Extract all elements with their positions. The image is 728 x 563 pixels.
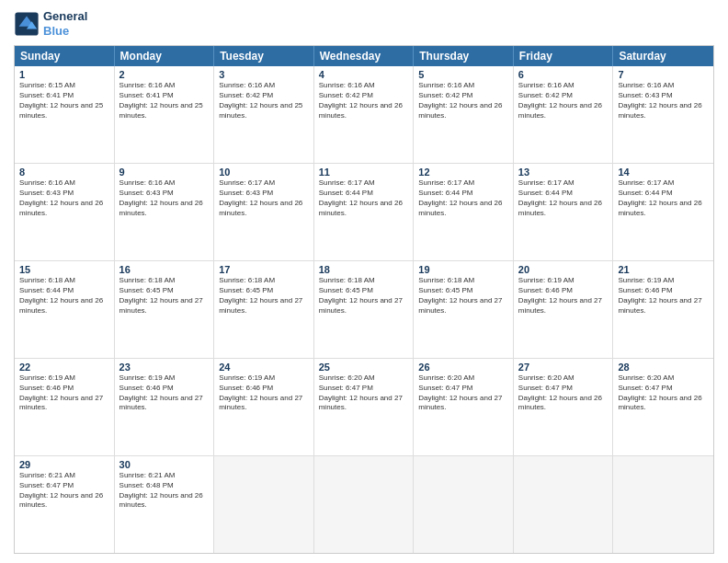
day-number: 16 xyxy=(119,264,210,275)
cell-info: Sunrise: 6:18 AMSunset: 6:45 PMDaylight:… xyxy=(119,276,210,316)
cell-info: Sunrise: 6:20 AMSunset: 6:47 PMDaylight:… xyxy=(618,373,709,413)
day-number: 15 xyxy=(19,264,109,275)
day-cell-16: 16 Sunrise: 6:18 AMSunset: 6:45 PMDaylig… xyxy=(115,261,215,358)
day-cell-13: 13 Sunrise: 6:17 AMSunset: 6:44 PMDaylig… xyxy=(514,164,614,260)
day-number: 10 xyxy=(219,167,309,178)
cell-info: Sunrise: 6:16 AMSunset: 6:43 PMDaylight:… xyxy=(19,178,109,218)
cell-info: Sunrise: 6:19 AMSunset: 6:46 PMDaylight:… xyxy=(19,373,109,413)
calendar-header: SundayMondayTuesdayWednesdayThursdayFrid… xyxy=(15,46,713,66)
header-day-monday: Monday xyxy=(115,46,215,66)
day-cell-24: 24 Sunrise: 6:19 AMSunset: 6:46 PMDaylig… xyxy=(214,359,314,455)
week-row-5: 29 Sunrise: 6:21 AMSunset: 6:47 PMDaylig… xyxy=(15,455,713,553)
day-number: 27 xyxy=(518,362,609,373)
day-cell-19: 19 Sunrise: 6:18 AMSunset: 6:45 PMDaylig… xyxy=(414,261,514,358)
day-number: 22 xyxy=(19,362,109,373)
cell-info: Sunrise: 6:17 AMSunset: 6:43 PMDaylight:… xyxy=(219,178,309,218)
day-cell-6: 6 Sunrise: 6:16 AMSunset: 6:42 PMDayligh… xyxy=(514,66,614,163)
cell-info: Sunrise: 6:20 AMSunset: 6:47 PMDaylight:… xyxy=(418,373,508,413)
day-number: 20 xyxy=(518,264,609,275)
cell-info: Sunrise: 6:17 AMSunset: 6:44 PMDaylight:… xyxy=(319,178,409,218)
cell-info: Sunrise: 6:19 AMSunset: 6:46 PMDaylight:… xyxy=(119,373,210,413)
day-number: 21 xyxy=(618,264,709,275)
cell-info: Sunrise: 6:16 AMSunset: 6:41 PMDaylight:… xyxy=(119,81,210,121)
cell-info: Sunrise: 6:16 AMSunset: 6:42 PMDaylight:… xyxy=(219,81,309,121)
day-number: 13 xyxy=(518,167,609,178)
cell-info: Sunrise: 6:18 AMSunset: 6:45 PMDaylight:… xyxy=(418,276,508,316)
day-cell-1: 1 Sunrise: 6:15 AMSunset: 6:41 PMDayligh… xyxy=(15,66,115,163)
header-day-tuesday: Tuesday xyxy=(214,46,314,66)
day-number: 14 xyxy=(618,167,709,178)
cell-info: Sunrise: 6:15 AMSunset: 6:41 PMDaylight:… xyxy=(19,81,109,121)
day-cell-23: 23 Sunrise: 6:19 AMSunset: 6:46 PMDaylig… xyxy=(115,359,215,455)
day-number: 4 xyxy=(319,69,409,80)
day-cell-4: 4 Sunrise: 6:16 AMSunset: 6:42 PMDayligh… xyxy=(314,66,415,163)
day-cell-28: 28 Sunrise: 6:20 AMSunset: 6:47 PMDaylig… xyxy=(613,359,713,455)
cell-info: Sunrise: 6:18 AMSunset: 6:45 PMDaylight:… xyxy=(219,276,309,316)
header-day-friday: Friday xyxy=(514,46,614,66)
week-row-1: 1 Sunrise: 6:15 AMSunset: 6:41 PMDayligh… xyxy=(15,66,713,163)
empty-cell xyxy=(314,456,415,553)
day-cell-7: 7 Sunrise: 6:16 AMSunset: 6:43 PMDayligh… xyxy=(613,66,713,163)
day-cell-8: 8 Sunrise: 6:16 AMSunset: 6:43 PMDayligh… xyxy=(15,164,115,260)
cell-info: Sunrise: 6:17 AMSunset: 6:44 PMDaylight:… xyxy=(418,178,508,218)
logo: General Blue xyxy=(14,9,87,38)
day-number: 5 xyxy=(418,69,508,80)
day-number: 1 xyxy=(19,69,109,80)
week-row-2: 8 Sunrise: 6:16 AMSunset: 6:43 PMDayligh… xyxy=(15,163,713,260)
day-number: 18 xyxy=(319,264,409,275)
cell-info: Sunrise: 6:19 AMSunset: 6:46 PMDaylight:… xyxy=(219,373,309,413)
week-row-4: 22 Sunrise: 6:19 AMSunset: 6:46 PMDaylig… xyxy=(15,358,713,455)
cell-info: Sunrise: 6:20 AMSunset: 6:47 PMDaylight:… xyxy=(319,373,409,413)
cell-info: Sunrise: 6:16 AMSunset: 6:42 PMDaylight:… xyxy=(319,81,409,121)
day-number: 11 xyxy=(319,167,409,178)
day-number: 26 xyxy=(418,362,508,373)
header-day-thursday: Thursday xyxy=(414,46,514,66)
day-number: 7 xyxy=(618,69,709,80)
cell-info: Sunrise: 6:19 AMSunset: 6:46 PMDaylight:… xyxy=(618,276,709,316)
empty-cell xyxy=(414,456,514,553)
day-cell-20: 20 Sunrise: 6:19 AMSunset: 6:46 PMDaylig… xyxy=(514,261,614,358)
header-day-saturday: Saturday xyxy=(613,46,713,66)
day-cell-17: 17 Sunrise: 6:18 AMSunset: 6:45 PMDaylig… xyxy=(214,261,314,358)
cell-info: Sunrise: 6:19 AMSunset: 6:46 PMDaylight:… xyxy=(518,276,609,316)
cell-info: Sunrise: 6:20 AMSunset: 6:47 PMDaylight:… xyxy=(518,373,609,413)
day-cell-2: 2 Sunrise: 6:16 AMSunset: 6:41 PMDayligh… xyxy=(115,66,215,163)
calendar: SundayMondayTuesdayWednesdayThursdayFrid… xyxy=(14,45,714,554)
day-number: 24 xyxy=(219,362,309,373)
logo-text: General Blue xyxy=(43,9,87,38)
day-number: 29 xyxy=(19,459,109,470)
day-number: 9 xyxy=(119,167,210,178)
empty-cell xyxy=(514,456,614,553)
calendar-body: 1 Sunrise: 6:15 AMSunset: 6:41 PMDayligh… xyxy=(15,66,713,553)
day-cell-30: 30 Sunrise: 6:21 AMSunset: 6:48 PMDaylig… xyxy=(115,456,215,553)
empty-cell xyxy=(613,456,713,553)
cell-info: Sunrise: 6:21 AMSunset: 6:48 PMDaylight:… xyxy=(119,471,210,511)
day-number: 3 xyxy=(219,69,309,80)
day-cell-29: 29 Sunrise: 6:21 AMSunset: 6:47 PMDaylig… xyxy=(15,456,115,553)
day-cell-11: 11 Sunrise: 6:17 AMSunset: 6:44 PMDaylig… xyxy=(314,164,415,260)
cell-info: Sunrise: 6:21 AMSunset: 6:47 PMDaylight:… xyxy=(19,471,109,511)
day-cell-22: 22 Sunrise: 6:19 AMSunset: 6:46 PMDaylig… xyxy=(15,359,115,455)
day-number: 23 xyxy=(119,362,210,373)
week-row-3: 15 Sunrise: 6:18 AMSunset: 6:44 PMDaylig… xyxy=(15,260,713,358)
day-cell-5: 5 Sunrise: 6:16 AMSunset: 6:42 PMDayligh… xyxy=(414,66,514,163)
cell-info: Sunrise: 6:16 AMSunset: 6:43 PMDaylight:… xyxy=(119,178,210,218)
logo-icon xyxy=(14,11,40,37)
day-number: 25 xyxy=(319,362,409,373)
day-cell-9: 9 Sunrise: 6:16 AMSunset: 6:43 PMDayligh… xyxy=(115,164,215,260)
day-cell-21: 21 Sunrise: 6:19 AMSunset: 6:46 PMDaylig… xyxy=(613,261,713,358)
day-cell-26: 26 Sunrise: 6:20 AMSunset: 6:47 PMDaylig… xyxy=(414,359,514,455)
cell-info: Sunrise: 6:17 AMSunset: 6:44 PMDaylight:… xyxy=(618,178,709,218)
header: General Blue xyxy=(14,9,714,38)
empty-cell xyxy=(214,456,314,553)
cell-info: Sunrise: 6:16 AMSunset: 6:42 PMDaylight:… xyxy=(418,81,508,121)
day-cell-14: 14 Sunrise: 6:17 AMSunset: 6:44 PMDaylig… xyxy=(613,164,713,260)
header-day-sunday: Sunday xyxy=(15,46,115,66)
day-cell-12: 12 Sunrise: 6:17 AMSunset: 6:44 PMDaylig… xyxy=(414,164,514,260)
cell-info: Sunrise: 6:16 AMSunset: 6:42 PMDaylight:… xyxy=(518,81,609,121)
day-cell-15: 15 Sunrise: 6:18 AMSunset: 6:44 PMDaylig… xyxy=(15,261,115,358)
day-number: 28 xyxy=(618,362,709,373)
cell-info: Sunrise: 6:18 AMSunset: 6:45 PMDaylight:… xyxy=(319,276,409,316)
day-cell-10: 10 Sunrise: 6:17 AMSunset: 6:43 PMDaylig… xyxy=(214,164,314,260)
day-number: 12 xyxy=(418,167,508,178)
